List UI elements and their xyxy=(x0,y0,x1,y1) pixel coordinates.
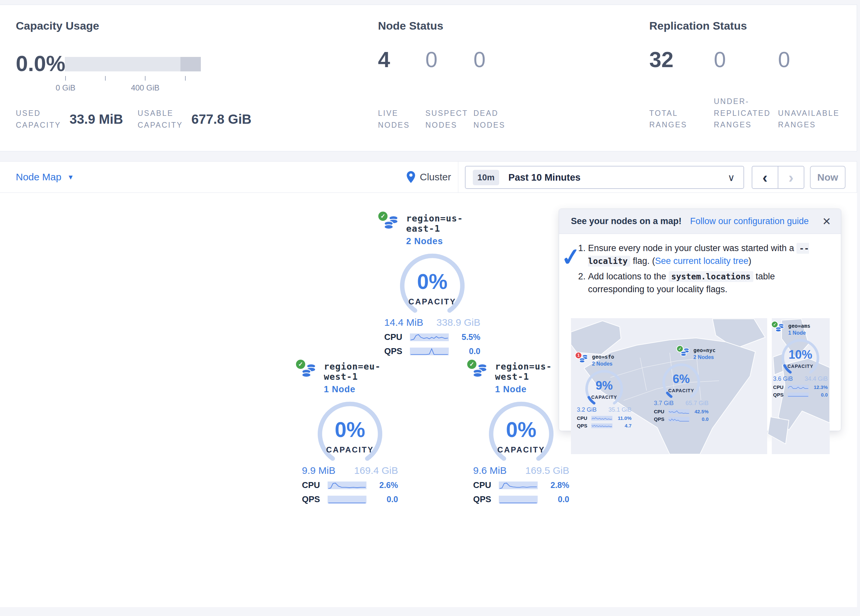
total-value: 169.4 GiB xyxy=(354,465,398,476)
toolbar-divider xyxy=(458,161,458,193)
healthy-check-icon: ✓ xyxy=(771,321,778,328)
mini-region-name: geo=nyc xyxy=(694,347,716,353)
qps-label: QPS xyxy=(654,416,669,422)
mini-capacity-caption: CAPACITY xyxy=(661,388,701,393)
breadcrumb-label: Cluster xyxy=(420,171,451,183)
qps-label: QPS xyxy=(473,494,499,505)
cpu-value: 5.5% xyxy=(461,332,480,342)
unavailable-ranges-count: 0 xyxy=(778,47,790,72)
cpu-label: CPU xyxy=(473,480,499,490)
mini-capacity-percent: 6% xyxy=(661,372,701,386)
cpu-sparkline xyxy=(669,409,689,414)
region-node-count[interactable]: 1 Node xyxy=(324,384,404,395)
qps-sparkline xyxy=(591,423,612,428)
replication-status-section: Replication Status 32 0 0 TOTALRANGES UN… xyxy=(649,5,857,151)
cpu-value: 11.0% xyxy=(618,415,631,421)
capacity-usage-section: Capacity Usage 0.0% 0 GiB 400 GiB USEDCA… xyxy=(16,5,345,151)
usable-capacity-label: USABLECAPACITY xyxy=(138,108,183,131)
usable-capacity-value: 677.8 GiB xyxy=(191,112,251,127)
capacity-gauge: 0% CAPACITY xyxy=(398,252,467,315)
cpu-label: CPU xyxy=(773,384,788,390)
capacity-tick-label: 400 GiB xyxy=(131,83,160,92)
mini-capacity-gauge: 6% CAPACITY xyxy=(661,362,701,399)
cpu-sparkline xyxy=(410,333,449,342)
now-button[interactable]: Now xyxy=(810,166,846,189)
chevron-down-icon: ∨ xyxy=(728,172,735,183)
mini-used-value: 3.6 GiB xyxy=(773,375,793,382)
used-value: 9.9 MiB xyxy=(302,465,336,476)
chevron-left-icon: ‹ xyxy=(763,168,767,186)
cluster-summary-card: Capacity Usage 0.0% 0 GiB 400 GiB USEDCA… xyxy=(0,5,857,151)
cpu-metric-row: CPU 2.6% xyxy=(302,480,398,490)
breadcrumb[interactable]: Cluster xyxy=(406,161,451,193)
qps-sparkline xyxy=(410,347,449,356)
replication-status-title: Replication Status xyxy=(649,19,747,32)
region-name: region=eu-west-1 xyxy=(324,361,404,382)
capacity-tick-label: 0 GiB xyxy=(56,83,75,92)
region-card-us-east-1[interactable]: ✓ region=us-east-1 2 Nodes 0% CAPACITY xyxy=(378,213,486,356)
region-card-eu-west-1[interactable]: ✓ region=eu-west-1 1 Node 0% CAPACITY xyxy=(296,361,404,505)
warning-count-badge: 1 xyxy=(575,352,582,359)
used-value: 14.4 MiB xyxy=(384,317,423,328)
total-value: 338.9 GiB xyxy=(436,317,480,328)
time-step-forward-button[interactable]: › xyxy=(778,166,804,189)
cpu-sparkline xyxy=(788,385,809,390)
configuration-guide-link[interactable]: Follow our configuration guide xyxy=(690,216,809,226)
mini-qps-row: QPS 4.7 xyxy=(577,423,631,428)
cpu-label: CPU xyxy=(302,480,328,490)
mini-region-name: geo=sfo xyxy=(592,354,614,360)
capacity-caption: CAPACITY xyxy=(398,297,467,306)
close-icon[interactable]: ✕ xyxy=(822,215,831,228)
used-capacity-stat: USEDCAPACITY 33.9 MiB xyxy=(16,108,123,131)
cpu-sparkline xyxy=(499,481,538,490)
view-selector-label: Node Map xyxy=(16,171,61,183)
time-step-back-button[interactable]: ‹ xyxy=(752,166,778,189)
mini-used-value: 3.7 GiB xyxy=(654,400,674,407)
example-node-map-preview: 1 geo=sfo 2 Nodes xyxy=(571,318,830,454)
cluster-overview-page: Capacity Usage 0.0% 0 GiB 400 GiB USEDCA… xyxy=(0,0,860,616)
qps-metric-row: QPS 0.0 xyxy=(302,494,398,505)
big-check-icon: ✓ xyxy=(560,242,582,272)
mini-cpu-row: CPU 12.3% xyxy=(773,384,828,390)
total-ranges-count: 32 xyxy=(649,47,714,72)
capacity-bar xyxy=(65,57,201,71)
region-node-count[interactable]: 2 Nodes xyxy=(406,236,486,246)
under-replicated-ranges-label: UNDER-REPLICATEDRANGES xyxy=(714,96,778,131)
mini-used-value: 3.2 GiB xyxy=(577,406,596,413)
capacity-tick xyxy=(145,76,146,81)
capacity-tick xyxy=(185,76,186,81)
time-step-buttons: ‹ › xyxy=(752,166,804,189)
live-nodes-count: 4 xyxy=(378,47,425,72)
qps-value: 0.0 xyxy=(821,392,828,398)
qps-label: QPS xyxy=(577,423,591,428)
node-status-title: Node Status xyxy=(378,19,443,32)
view-selector-dropdown[interactable]: Node Map ▾ xyxy=(16,161,72,193)
total-value: 169.5 GiB xyxy=(526,465,569,476)
region-header: ✓ region=us-east-1 2 Nodes xyxy=(378,213,486,246)
mini-capacity-caption: CAPACITY xyxy=(584,395,624,400)
locality-tree-link[interactable]: See current locality tree xyxy=(655,256,749,266)
time-range-dropdown[interactable]: 10m Past 10 Minutes ∨ xyxy=(465,166,744,189)
cpu-label: CPU xyxy=(654,409,669,414)
qps-value: 0.0 xyxy=(558,495,569,504)
qps-value: 0.0 xyxy=(386,495,398,504)
capacity-values: 14.4 MiB 338.9 GiB xyxy=(384,317,480,328)
qps-metric-row: QPS 0.0 xyxy=(473,494,569,505)
dead-nodes-label: DEADNODES xyxy=(474,108,505,131)
capacity-caption: CAPACITY xyxy=(315,445,384,455)
mini-region-name: geo=ams xyxy=(788,323,810,329)
healthy-check-icon: ✓ xyxy=(466,359,477,370)
used-capacity-value: 33.9 MiB xyxy=(69,112,123,127)
setup-steps-list: Ensure every node in your cluster was st… xyxy=(588,242,829,296)
now-button-label: Now xyxy=(817,172,838,183)
capacity-gauge: 0% CAPACITY xyxy=(486,400,556,463)
unavailable-ranges-label: UNAVAILABLERANGES xyxy=(778,108,840,131)
healthy-check-icon: ✓ xyxy=(676,345,684,353)
cpu-value: 42.5% xyxy=(694,409,709,414)
mini-region-ams: ✓ geo=ams 1 Node xyxy=(772,323,829,398)
region-name: region=us-east-1 xyxy=(406,213,486,234)
view-toolbar: Node Map ▾ Cluster 10m Past 10 Minutes ∨… xyxy=(0,161,857,193)
qps-sparkline xyxy=(669,417,689,422)
cpu-metric-row: CPU 2.8% xyxy=(473,480,569,490)
qps-sparkline xyxy=(788,392,809,398)
